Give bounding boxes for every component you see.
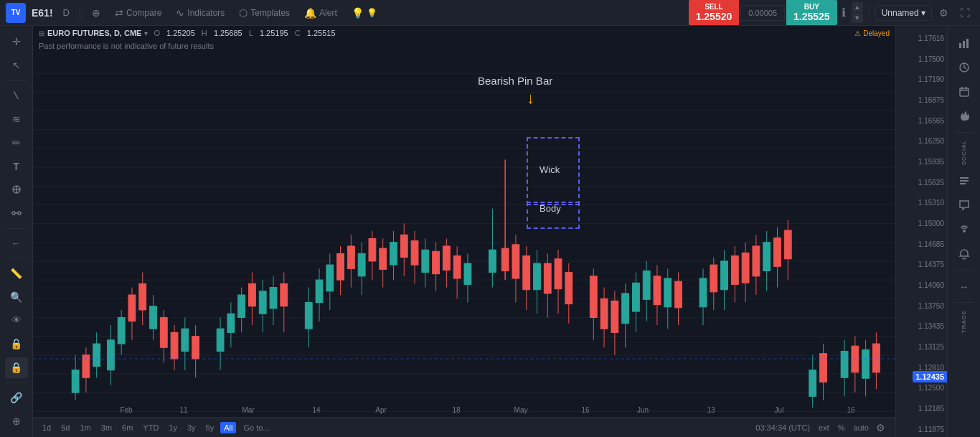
lock-tool[interactable]: 🔒 <box>5 334 28 354</box>
link-tool[interactable]: 🔗 <box>5 387 28 408</box>
text-tool[interactable]: T <box>5 156 28 177</box>
chart-name-button[interactable]: Unnamed ▾ <box>875 5 932 21</box>
lock2-tool[interactable]: 🔒 <box>5 357 28 378</box>
notification-bell-icon[interactable] <box>953 243 976 266</box>
chat-icon[interactable] <box>953 194 976 217</box>
chart-type-icon[interactable] <box>953 32 976 55</box>
auto-label: auto <box>854 423 869 432</box>
svg-rect-92 <box>453 256 461 278</box>
price-20: 1.11875 <box>918 425 944 433</box>
high-value: 1.25685 <box>214 29 242 37</box>
broadcast-icon[interactable] <box>953 218 976 241</box>
alert-button[interactable]: 🔔 Alert <box>298 4 343 22</box>
x-label-jul: Jul <box>775 406 784 414</box>
svg-rect-138 <box>742 253 749 283</box>
sell-label: SELL <box>696 3 732 11</box>
svg-rect-116 <box>611 301 618 332</box>
info-button[interactable]: ℹ <box>839 3 849 22</box>
svg-rect-166 <box>960 88 969 96</box>
price-13: 1.14060 <box>918 281 944 288</box>
ruler-tool[interactable]: 📏 <box>5 263 28 283</box>
eye-tool[interactable]: 👁 <box>5 310 28 331</box>
line-tool[interactable]: / <box>1 80 32 111</box>
svg-rect-74 <box>358 253 365 276</box>
x-label-jun: Jun <box>637 406 649 414</box>
timeframe-3y[interactable]: 3y <box>184 422 199 433</box>
indicators-button[interactable]: ∿ Indicators <box>170 4 230 22</box>
multi-tool[interactable]: ≋ <box>5 108 28 129</box>
timeframe-5d[interactable]: 5d <box>57 422 73 433</box>
cursor-tool[interactable]: ↖ <box>5 55 28 76</box>
timeframe-1y[interactable]: 1y <box>165 422 181 433</box>
timeframe-1d[interactable]: 1d <box>39 422 55 433</box>
svg-rect-136 <box>731 256 738 285</box>
feed-icon[interactable] <box>953 169 976 192</box>
timeframe-1m[interactable]: 1m <box>77 422 95 433</box>
tool-divider2 <box>6 228 27 229</box>
ideas-button[interactable]: 💡 💡 <box>346 4 383 22</box>
svg-rect-161 <box>963 41 965 48</box>
svg-rect-172 <box>960 183 966 184</box>
node-tool[interactable] <box>5 203 28 224</box>
right-divider1 <box>954 132 974 133</box>
chart-symbol: ⊞ EURO FUTURES, D, CME ▾ <box>39 29 148 37</box>
svg-rect-68 <box>326 265 334 291</box>
symbol-settings-icon: ▾ <box>144 29 148 37</box>
svg-rect-86 <box>422 250 429 272</box>
svg-point-4 <box>18 212 21 215</box>
svg-rect-146 <box>784 230 791 259</box>
svg-rect-26 <box>72 370 79 393</box>
alert-label: Alert <box>319 8 337 18</box>
timeframe-ytd[interactable]: YTD <box>139 422 162 433</box>
watchlist-icon[interactable] <box>953 56 976 79</box>
timeframe-button[interactable]: D <box>59 6 74 19</box>
social-label: SOCIAL <box>961 140 967 165</box>
pencil-tool[interactable]: ✏ <box>5 132 28 153</box>
svg-rect-170 <box>960 177 969 179</box>
settings-gear-button[interactable]: ⚙ <box>935 4 953 22</box>
timeframe-all[interactable]: All <box>220 422 236 433</box>
price-12: 1.14375 <box>918 260 944 268</box>
svg-rect-88 <box>433 251 440 273</box>
svg-rect-62 <box>281 283 288 306</box>
svg-rect-58 <box>259 291 266 314</box>
more-tool[interactable]: ⊕ <box>5 410 28 431</box>
expand-arrows-icon[interactable]: ↔ <box>953 275 976 298</box>
price-down-button[interactable]: ▼ <box>852 13 863 23</box>
timeframe-5y[interactable]: 5y <box>202 422 218 433</box>
logo-button[interactable]: tv <box>6 3 26 23</box>
buy-button[interactable]: BUY 1.25525 <box>786 0 837 25</box>
compare-button[interactable]: ⇄ Compare <box>109 4 167 22</box>
svg-rect-122 <box>643 271 650 300</box>
chart-area[interactable]: ⊞ EURO FUTURES, D, CME ▾ O 1.25205 H 1.2… <box>33 26 895 437</box>
price-11: 1.14685 <box>918 240 944 248</box>
shape-tool[interactable] <box>5 179 28 200</box>
timeframe-3m[interactable]: 3m <box>98 422 116 433</box>
chart-settings-button[interactable]: ⚙ <box>872 419 890 436</box>
zoom-tool[interactable]: 🔍 <box>5 286 28 307</box>
svg-rect-32 <box>107 340 114 370</box>
svg-rect-144 <box>774 238 781 266</box>
back-tool[interactable]: ← <box>5 233 28 254</box>
body-label: Body <box>540 203 561 214</box>
plus-button[interactable]: ⊕ <box>86 4 106 22</box>
crosshair-tool[interactable]: ✛ <box>5 32 28 52</box>
svg-rect-152 <box>841 352 848 378</box>
price-up-button[interactable]: ▲ <box>852 2 863 12</box>
timeframe-6m[interactable]: 6m <box>118 422 136 433</box>
fire-icon[interactable] <box>953 105 976 128</box>
divider2 <box>869 6 870 20</box>
sell-button[interactable]: SELL 1.25520 <box>689 0 740 25</box>
svg-rect-38 <box>139 283 146 310</box>
svg-rect-114 <box>600 299 608 329</box>
templates-button[interactable]: ⬡ Templates <box>233 4 296 22</box>
goto-button[interactable]: Go to... <box>239 422 273 433</box>
low-label: L <box>249 29 253 37</box>
fullscreen-button[interactable]: ⛶ <box>956 4 974 22</box>
price-15: 1.13435 <box>918 322 944 330</box>
trade-label: TRADE <box>961 310 967 333</box>
svg-rect-36 <box>128 295 136 321</box>
price-19: 1.12185 <box>918 404 944 412</box>
close-label: C <box>295 29 301 37</box>
calendar-icon[interactable] <box>953 80 976 103</box>
